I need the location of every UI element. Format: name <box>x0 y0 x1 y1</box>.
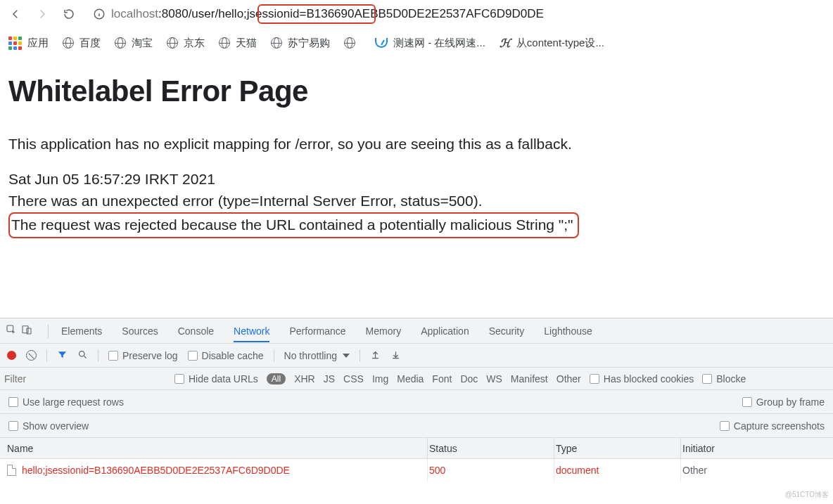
globe-icon <box>63 37 74 49</box>
script-icon: ℋ <box>500 37 511 50</box>
bookmark-baidu[interactable]: 百度 <box>63 37 101 50</box>
address-bar: localhost :8080/user/hello;jsessionid=B1… <box>0 0 833 28</box>
devtools-panel: Elements Sources Console Network Perform… <box>0 318 833 504</box>
error-summary-text: There was an unexpected error (type=Inte… <box>8 190 825 212</box>
tab-performance[interactable]: Performance <box>289 325 345 337</box>
filter-type-img[interactable]: Img <box>372 373 388 385</box>
toggle-device-icon[interactable] <box>21 324 32 337</box>
show-overview-checkbox[interactable]: Show overview <box>8 420 89 432</box>
blocked-cookies-checkbox[interactable]: Has blocked cookies <box>590 373 694 385</box>
bookmark-ctype[interactable]: ℋ从content-type设... <box>500 37 604 50</box>
site-info-icon[interactable] <box>93 8 106 20</box>
filter-type-manifest[interactable]: Manifest <box>511 373 548 385</box>
rejection-highlight: The request was rejected because the URL… <box>8 212 579 239</box>
tab-elements[interactable]: Elements <box>61 325 102 337</box>
tab-memory[interactable]: Memory <box>366 325 402 337</box>
devtools-tabs: Elements Sources Console Network Perform… <box>0 318 833 344</box>
filter-type-js[interactable]: JS <box>324 373 335 385</box>
filter-toggle[interactable] <box>57 349 68 362</box>
reload-button[interactable] <box>59 4 79 24</box>
capture-screenshots-checkbox[interactable]: Capture screenshots <box>720 420 825 432</box>
bookmark-jd[interactable]: 京东 <box>167 37 205 50</box>
svg-point-6 <box>80 351 85 356</box>
chevron-down-icon <box>343 354 350 358</box>
apps-button[interactable]: 应用 <box>8 37 49 50</box>
bookmark-taobao[interactable]: 淘宝 <box>115 37 153 50</box>
col-name[interactable]: Name <box>6 438 428 458</box>
inspect-element-icon[interactable] <box>6 324 17 337</box>
throttling-select[interactable]: No throttling <box>284 350 350 361</box>
network-options-bar-2: Show overview Capture screenshots <box>0 414 833 438</box>
globe-icon <box>219 37 230 49</box>
large-rows-checkbox[interactable]: Use large request rows <box>8 396 124 408</box>
preserve-log-checkbox[interactable]: Preserve log <box>108 350 178 361</box>
bookmark-tmall[interactable]: 天猫 <box>219 37 257 50</box>
cell-initiator: Other <box>681 459 827 482</box>
tab-application[interactable]: Application <box>421 325 469 337</box>
filter-type-all[interactable]: All <box>267 373 286 385</box>
col-type[interactable]: Type <box>554 438 681 458</box>
disable-cache-checkbox[interactable]: Disable cache <box>188 350 264 361</box>
col-status[interactable]: Status <box>428 438 554 458</box>
tab-sources[interactable]: Sources <box>122 325 158 337</box>
tab-console[interactable]: Console <box>178 325 214 337</box>
page-content: Whitelabel Error Page This application h… <box>0 58 833 238</box>
url-bar[interactable]: localhost :8080/user/hello;jsessionid=B1… <box>86 3 827 25</box>
globe-icon <box>271 37 282 49</box>
network-options-bar: Use large request rows Group by frame <box>0 390 833 414</box>
tab-security[interactable]: Security <box>489 325 525 337</box>
hide-data-urls-checkbox[interactable]: Hide data URLs <box>174 373 258 385</box>
filter-type-css[interactable]: CSS <box>343 373 364 385</box>
bookmark-suning[interactable]: 苏宁易购 <box>271 37 330 50</box>
apps-grid-icon <box>8 37 22 50</box>
page-title: Whitelabel Error Page <box>8 69 825 113</box>
cell-status: 500 <box>428 459 554 482</box>
filter-type-doc[interactable]: Doc <box>460 373 478 385</box>
svg-rect-4 <box>23 326 28 333</box>
filter-type-other[interactable]: Other <box>557 373 581 385</box>
back-button[interactable] <box>6 4 25 24</box>
forward-button[interactable] <box>32 4 52 24</box>
bookmarks-bar: 应用 百度 淘宝 京东 天猫 苏宁易购 测速网 - 在线网速... ℋ从cont… <box>0 28 833 58</box>
table-row[interactable]: hello;jsessionid=B136690AEBB5D0DE2E2537A… <box>0 459 833 482</box>
upload-har-button[interactable] <box>370 349 381 362</box>
fallback-text: This application has no explicit mapping… <box>8 133 825 155</box>
bookmark-empty[interactable] <box>344 37 361 49</box>
blocked-requests-checkbox[interactable]: Blocke <box>702 373 746 385</box>
filter-type-xhr[interactable]: XHR <box>294 373 315 385</box>
url-host: localhost <box>111 7 158 21</box>
cell-name: hello;jsessionid=B136690AEBB5D0DE2E2537A… <box>6 459 428 482</box>
tab-network[interactable]: Network <box>234 325 269 342</box>
svg-line-7 <box>84 356 86 358</box>
filter-input[interactable] <box>4 372 166 386</box>
globe-icon <box>167 37 178 49</box>
timestamp-text: Sat Jun 05 16:57:29 IRKT 2021 <box>8 168 825 190</box>
clear-button[interactable] <box>26 350 37 361</box>
document-icon <box>7 465 16 476</box>
filter-type-font[interactable]: Font <box>432 373 452 385</box>
url-path: :8080/user/hello;jsessionid=B136690AEBB5… <box>158 7 544 21</box>
cell-type: document <box>554 459 681 482</box>
col-initiator[interactable]: Initiator <box>681 438 827 458</box>
globe-icon <box>344 37 355 49</box>
search-button[interactable] <box>77 349 88 362</box>
group-by-frame-checkbox[interactable]: Group by frame <box>742 396 825 408</box>
network-toolbar: Preserve log Disable cache No throttling <box>0 344 833 368</box>
record-button[interactable] <box>7 351 16 360</box>
bookmark-speedtest[interactable]: 测速网 - 在线网速... <box>375 37 485 50</box>
watermark: @51CTO博客 <box>785 490 829 500</box>
download-har-button[interactable] <box>390 349 401 362</box>
network-table: Name Status Type Initiator hello;jsessio… <box>0 438 833 504</box>
globe-icon <box>115 37 126 49</box>
tab-lighthouse[interactable]: Lighthouse <box>544 325 592 337</box>
filter-type-ws[interactable]: WS <box>486 373 502 385</box>
table-header: Name Status Type Initiator <box>0 438 833 459</box>
network-filter-bar: Hide data URLs All XHR JS CSS Img Media … <box>0 368 833 390</box>
filter-type-media[interactable]: Media <box>397 373 424 385</box>
gauge-icon <box>375 38 388 48</box>
